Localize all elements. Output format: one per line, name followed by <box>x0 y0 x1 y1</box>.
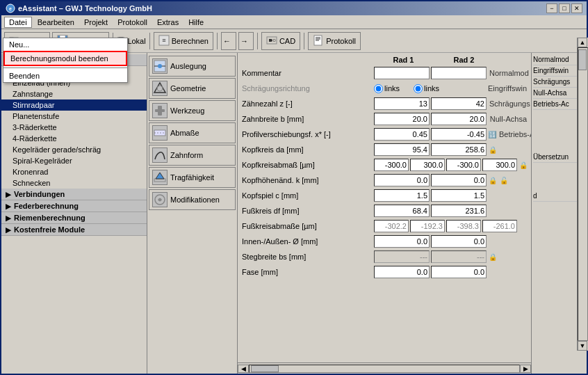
scroll-thumb-h[interactable] <box>251 365 279 372</box>
row-innen-aussen: Innen-/Außen- Ø [mm] <box>242 234 527 248</box>
input-kopfkreis-rad2[interactable] <box>431 143 487 156</box>
menu-hilfe[interactable]: Hilfe <box>184 17 208 27</box>
input-fusskreisabmasse-rad2b[interactable] <box>482 220 517 232</box>
input-fusskreisabmasse-rad1a[interactable] <box>374 220 409 232</box>
radio-input-links-rad1[interactable] <box>374 84 383 93</box>
input-profil-rad1[interactable] <box>374 128 430 141</box>
form-area: Rad 1 Rad 2 Kommentar Normalmod <box>238 53 531 362</box>
scroll-down-btn[interactable]: ▼ <box>578 341 587 351</box>
input-innen-aussen-rad2[interactable] <box>431 235 487 248</box>
scroll-right-btn[interactable]: ▶ <box>520 365 531 373</box>
scroll-left-btn[interactable]: ◀ <box>238 365 249 373</box>
close-button[interactable]: ✕ <box>571 3 582 13</box>
sidebar: ▼ Zahnradberechnung Einzelrad (außen) Ei… <box>1 53 147 374</box>
sidebar-item-zahnstange[interactable]: Zahnstange <box>1 88 147 99</box>
label-kopfkreisabmass: Kopfkreisabmaß [µm] <box>242 161 374 169</box>
calc-button[interactable]: ≡ Berechnen <box>154 32 213 50</box>
input-zahnbreite-rad1[interactable] <box>374 113 430 125</box>
maximize-button[interactable]: □ <box>559 3 570 13</box>
cad-button[interactable]: D CAD <box>261 32 300 50</box>
input-kopfkreisabmass-rad1b[interactable] <box>410 159 445 171</box>
abmasse-button[interactable]: Abmaße <box>149 122 236 143</box>
group-header-verbindungen[interactable]: ▶ Verbindungen <box>1 189 147 200</box>
zahnform-button[interactable]: Zahnform <box>149 145 236 166</box>
input-kopfhoehe-rad2[interactable] <box>431 174 487 186</box>
modifikationen-button[interactable]: Modifikationen <box>149 189 236 210</box>
menu-datei[interactable]: Datei <box>4 17 32 28</box>
scroll-track-v[interactable] <box>578 53 587 341</box>
proto-button[interactable]: Protokoll <box>308 32 361 50</box>
sidebar-item-schnecken[interactable]: Schnecken <box>1 177 147 189</box>
menu-extras[interactable]: Extras <box>153 17 183 27</box>
menu-item-beenden[interactable]: Beenden <box>3 70 127 82</box>
input-kopfkreisabmass-rad2b[interactable] <box>482 159 517 171</box>
input-zaehne-rad2[interactable] <box>431 97 487 110</box>
svg-text:e: e <box>9 6 12 11</box>
input-kopfkreis-rad1[interactable] <box>374 143 430 156</box>
scroll-track-h[interactable] <box>249 365 520 373</box>
input-fusskreis-rad2[interactable] <box>431 205 487 217</box>
input-zahnbreite-rad2[interactable] <box>431 113 487 125</box>
lock-stegbreite[interactable]: 🔒 <box>488 252 498 262</box>
group-verbindungen: ▶ Verbindungen <box>1 189 147 200</box>
calc-profil-icon[interactable]: 🔢 <box>488 131 496 138</box>
sidebar-item-kegelraeder[interactable]: Kegelräder gerade/schräg <box>1 144 147 155</box>
menu-item-beenden-modul[interactable]: Berechnungsmodul beenden <box>3 51 127 66</box>
left-panel: Auslegung Geometrie Werkzeug <box>147 53 238 374</box>
row-kommentar: Kommentar Normalmod <box>242 66 527 80</box>
radio-links-rad1[interactable]: links <box>374 84 400 93</box>
label-kopfhoehe: Kopfhöhenänd. k [mm] <box>242 176 374 184</box>
input-stegbreite-rad2[interactable] <box>431 250 487 263</box>
input-kommentar-rad1[interactable] <box>374 67 430 79</box>
input-kopfkreisabmass-rad2a[interactable] <box>446 159 481 171</box>
input-fase-rad1[interactable] <box>374 266 430 278</box>
input-profil-rad2[interactable] <box>431 128 487 141</box>
input-kopfspiel-rad1[interactable] <box>374 189 430 202</box>
input-innen-aussen-rad1[interactable] <box>374 235 430 248</box>
sidebar-item-3raederkette[interactable]: 3-Räderkette <box>1 122 147 133</box>
radio-links-rad2[interactable]: links <box>414 84 439 93</box>
input-kopfhoehe-rad1[interactable] <box>374 174 430 186</box>
input-fase-rad2[interactable] <box>431 266 487 278</box>
sidebar-item-planetenstufe[interactable]: Planetenstufe <box>1 111 147 122</box>
group-header-kostenfrei[interactable]: ▶ Kostenfreie Module <box>1 224 147 236</box>
werkzeug-button[interactable]: Werkzeug <box>149 100 236 121</box>
calc-icon: ≡ <box>158 35 170 47</box>
input-fusskreis-rad1[interactable] <box>374 205 430 217</box>
undo-button[interactable]: ← <box>221 32 236 50</box>
group-header-feder[interactable]: ▶ Federberechnung <box>1 200 147 212</box>
lock-kopfhoehe[interactable]: 🔒 <box>488 175 498 185</box>
sidebar-item-spiral-kegelraeder[interactable]: Spiral-Kegelräder <box>1 155 147 166</box>
tragfaehigkeit-button[interactable]: Tragfähigkeit <box>149 167 236 188</box>
redo-button[interactable]: → <box>238 32 254 50</box>
col-rad1-header: Rad 1 <box>374 56 433 64</box>
input-zaehne-rad1[interactable] <box>374 97 430 110</box>
redo-icon: → <box>240 37 248 45</box>
input-kopfspiel-rad2[interactable] <box>431 189 487 202</box>
menu-bar: Datei Bearbeiten Projekt Protokoll Extra… <box>1 15 587 29</box>
scroll-thumb-v[interactable] <box>578 53 587 70</box>
note-kommentar: Normalmod <box>489 69 529 77</box>
group-header-riemen[interactable]: ▶ Riemenberechnung <box>1 212 147 224</box>
input-kopfkreisabmass-rad1a[interactable] <box>374 159 409 171</box>
geometrie-button[interactable]: Geometrie <box>149 78 236 99</box>
modifikationen-icon <box>152 192 168 207</box>
lock-kopfkreis[interactable]: 🔒 <box>488 145 498 154</box>
input-stegbreite-rad1[interactable] <box>374 250 430 263</box>
sidebar-item-stirnradpaar[interactable]: Stirnradpaar <box>1 99 147 111</box>
menu-bearbeiten[interactable]: Bearbeiten <box>33 17 79 27</box>
lock2-kopfhoehe[interactable]: 🔓 <box>499 175 509 185</box>
menu-protokoll[interactable]: Protokoll <box>113 17 152 27</box>
inputs-fusskreisabmasse <box>374 220 527 232</box>
auslegung-button[interactable]: Auslegung <box>149 56 236 77</box>
menu-projekt[interactable]: Projekt <box>80 17 112 27</box>
radio-input-links-rad2[interactable] <box>414 84 423 93</box>
minimize-button[interactable]: − <box>546 3 557 13</box>
input-kommentar-rad2[interactable] <box>431 67 487 79</box>
sidebar-item-kronenrad[interactable]: Kronenrad <box>1 166 147 177</box>
input-fusskreisabmasse-rad1b[interactable] <box>410 220 445 232</box>
input-fusskreisabmasse-rad2a[interactable] <box>446 220 481 232</box>
lock-kopfkreisabmass[interactable]: 🔒 <box>518 160 528 170</box>
menu-item-neu[interactable]: Neu... <box>3 38 127 51</box>
sidebar-item-4raederkette[interactable]: 4-Räderkette <box>1 133 147 144</box>
